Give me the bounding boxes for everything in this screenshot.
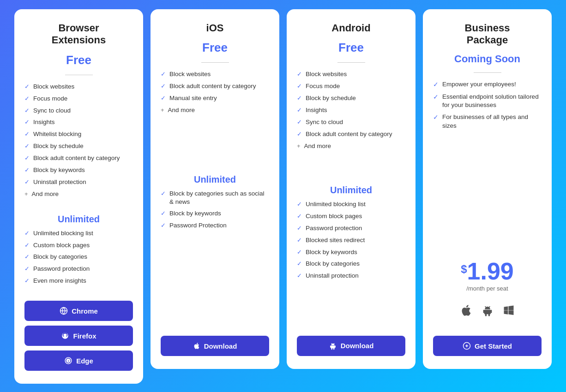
check-icon: ✓ (297, 83, 302, 90)
edge-label: Edge (76, 357, 93, 365)
list-item: ✓Block by schedule (24, 142, 133, 150)
free-features-ios: ✓Block websites ✓Block adult content by … (161, 70, 269, 162)
list-item: ✓Focus mode (297, 82, 405, 90)
list-item: ✓Block by categories (24, 253, 133, 261)
check-icon: ✓ (297, 95, 302, 102)
list-item: ✓Block by keywords (161, 209, 269, 218)
list-item: ✓Block by keywords (24, 166, 133, 174)
list-item: ✓Unlimited blocking list (297, 200, 405, 208)
check-icon: ✓ (297, 71, 302, 78)
card-title-ios: iOS (161, 22, 269, 34)
list-item: ✓Unlimited blocking list (24, 229, 133, 238)
list-item: ✓Essential endpoint solution tailored fo… (433, 93, 542, 109)
list-item: ✓Block by categories (297, 260, 405, 268)
unlimited-label-ios: Unlimited (161, 174, 269, 185)
price-amount: 1.99 (467, 259, 514, 283)
price-period: /month per seat (433, 285, 542, 292)
check-icon: ✓ (24, 166, 30, 174)
check-icon: ✓ (433, 93, 439, 101)
check-icon: ✓ (297, 225, 302, 232)
firefox-button[interactable]: Firefox (24, 326, 133, 346)
check-icon: ✓ (297, 107, 302, 114)
list-item: ✓Blocked sites redirect (297, 236, 405, 244)
list-item: ✓Focus mode (24, 95, 133, 103)
price-block: $1.99 /month per seat (433, 259, 542, 292)
check-icon: ✓ (161, 190, 166, 198)
check-icon: ✓ (24, 95, 30, 103)
ios-download-button[interactable]: Download (161, 336, 269, 356)
check-icon: ✓ (24, 265, 30, 273)
firefox-label: Firefox (73, 332, 96, 340)
apple-platform-icon (460, 304, 473, 320)
android-platform-icon (481, 304, 494, 320)
check-icon: ✓ (24, 178, 30, 186)
list-item: ✓Custom block pages (24, 241, 133, 249)
apple-icon (193, 342, 200, 350)
plus-circle-icon (463, 342, 471, 350)
list-item: ✓Block websites (24, 83, 133, 91)
unlimited-label-android: Unlimited (297, 185, 405, 196)
plus-icon: + (161, 107, 164, 114)
card-title-android: Android (297, 22, 405, 34)
unlimited-label-browser: Unlimited (24, 214, 133, 225)
check-icon: ✓ (161, 71, 166, 78)
list-item: +And more (161, 106, 269, 114)
list-item: ✓Block by keywords (297, 248, 405, 256)
chrome-button[interactable]: Chrome (24, 301, 133, 321)
check-icon: ✓ (161, 222, 166, 230)
business-features-list: ✓Empower your employees! ✓Essential endp… (433, 80, 542, 134)
divider-browser (65, 75, 93, 75)
ios-download-label: Download (204, 342, 237, 350)
check-icon: ✓ (297, 249, 302, 256)
list-item: ✓Empower your employees! (433, 80, 542, 89)
list-item: ✓Block websites (297, 70, 405, 78)
list-item: ✓Block adult content by category (24, 154, 133, 162)
card-title-browser: Browser Extensions (24, 22, 133, 47)
check-icon: ✓ (24, 119, 30, 126)
price-label-business: Coming Soon (433, 53, 542, 65)
list-item: ✓Block websites (161, 70, 269, 78)
card-title-business: Business Package (433, 22, 542, 47)
price-label-browser: Free (24, 53, 133, 67)
platform-icons (433, 304, 542, 320)
price-dollar: $ (461, 263, 467, 276)
divider-android (337, 62, 365, 63)
pricing-grid: Browser Extensions Free ✓Block websites … (11, 9, 555, 384)
divider-business (474, 72, 501, 73)
list-item: ✓Manual site entry (161, 94, 269, 102)
edge-button[interactable]: Edge (24, 350, 133, 371)
plus-icon: + (297, 143, 301, 150)
check-icon: ✓ (297, 119, 302, 126)
divider-ios (201, 62, 229, 63)
check-icon: ✓ (24, 107, 30, 115)
price-label-ios: Free (161, 41, 269, 55)
list-item: ✓Block by schedule (297, 94, 405, 102)
list-item: ✓Insights (24, 118, 133, 126)
check-icon: ✓ (24, 242, 30, 249)
unlimited-features-android: ✓Unlimited blocking list ✓Custom block p… (297, 200, 405, 303)
price-label-android: Free (297, 41, 405, 55)
card-ios: iOS Free ✓Block websites ✓Block adult co… (151, 9, 279, 369)
windows-platform-icon (502, 304, 515, 320)
card-business: Business Package Coming Soon ✓Empower yo… (423, 9, 552, 369)
list-item: ✓Password protection (24, 265, 133, 273)
get-started-button[interactable]: Get Started (433, 336, 542, 356)
check-icon: ✓ (24, 253, 30, 261)
list-item: ✓Uninstall protection (24, 178, 133, 186)
free-features-browser: ✓Block websites ✓Focus mode ✓Sync to clo… (24, 83, 133, 202)
check-icon: ✓ (297, 201, 302, 208)
check-icon: ✓ (24, 143, 30, 150)
list-item: ✓Sync to cloud (297, 118, 405, 126)
check-icon: ✓ (297, 260, 302, 268)
unlimited-features-ios: ✓Block by categories such as social & ne… (161, 190, 269, 278)
check-icon: ✓ (161, 83, 166, 90)
check-icon: ✓ (24, 230, 30, 238)
check-icon: ✓ (297, 213, 302, 220)
android-icon (329, 342, 337, 350)
check-icon: ✓ (161, 210, 166, 218)
list-item: ✓Block adult content by category (297, 130, 405, 138)
list-item: ✓Even more insights (24, 277, 133, 285)
android-download-button[interactable]: Download (297, 336, 405, 356)
firefox-icon (61, 332, 69, 340)
unlimited-features-browser: ✓Unlimited blocking list ✓Custom block p… (24, 229, 133, 289)
